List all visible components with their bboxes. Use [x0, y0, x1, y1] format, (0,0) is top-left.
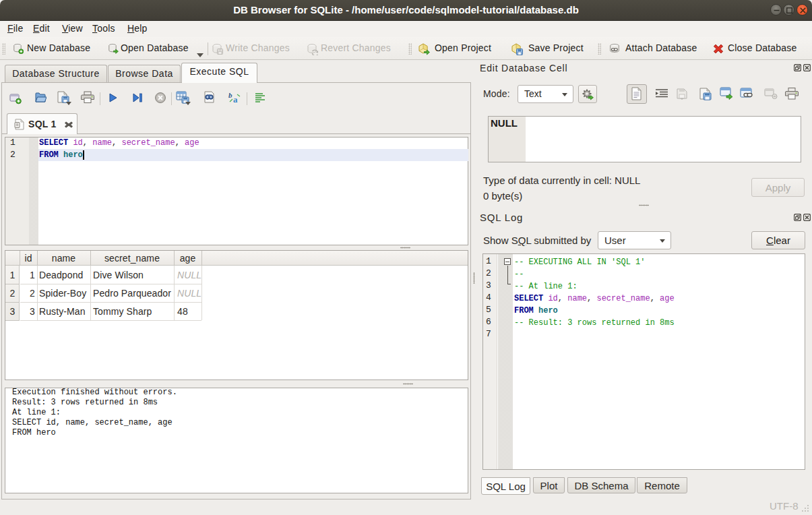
- svg-text:b: b: [228, 91, 232, 99]
- svg-text:a: a: [233, 94, 238, 104]
